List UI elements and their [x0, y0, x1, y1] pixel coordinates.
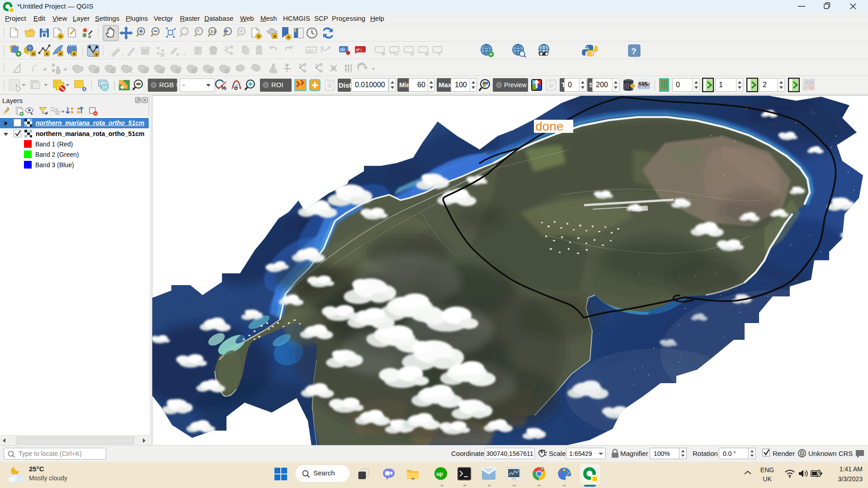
svg-text:a: a: [88, 33, 91, 39]
svg-text:Preview: Preview: [504, 81, 527, 89]
svg-text:Dist: Dist: [339, 81, 351, 89]
svg-text:ROI: ROI: [271, 81, 283, 89]
svg-text:✳: ✳: [273, 34, 277, 39]
svg-text:✳: ✳: [59, 52, 63, 56]
svg-text:1:1: 1:1: [211, 29, 216, 33]
svg-text:?: ?: [631, 47, 637, 56]
svg-text:σ: σ: [234, 84, 238, 91]
svg-text:RGB =: RGB =: [159, 81, 180, 89]
svg-text:KML: KML: [638, 81, 649, 86]
svg-text:%: %: [221, 84, 226, 91]
svg-text:up: up: [436, 471, 443, 477]
svg-text:done: done: [535, 119, 563, 133]
svg-text:✳: ✳: [95, 52, 99, 57]
svg-text:✳: ✳: [32, 52, 36, 56]
svg-text:abc: abc: [307, 48, 314, 53]
svg-text:✳: ✳: [72, 52, 76, 56]
svg-text:✳: ✳: [45, 52, 49, 56]
svg-text:-: -: [183, 81, 185, 89]
svg-text:ab: ab: [340, 47, 345, 52]
